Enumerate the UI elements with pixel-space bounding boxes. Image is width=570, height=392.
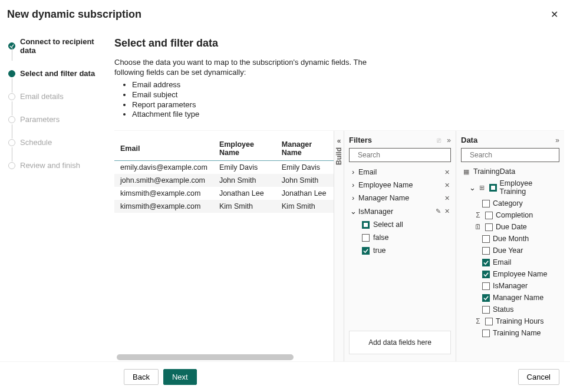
filter-search[interactable] [349,148,451,162]
data-source[interactable]: ▦TrainingData [461,166,559,177]
eraser-icon[interactable]: ⎚ [437,136,441,144]
step-dot-icon [8,116,15,123]
checkbox-checked-icon [482,271,490,278]
field-due-year[interactable]: Due Year [461,245,559,256]
col-manager-name[interactable]: Manager Name [276,136,334,161]
step-select[interactable]: Select and filter data [8,69,103,78]
field-email[interactable]: Email [461,256,559,268]
data-title: Data [461,136,477,144]
filter-search-input[interactable] [357,150,447,160]
chevron-down-icon: ⌄ [469,183,475,192]
field-training-name[interactable]: Training Name [461,327,559,339]
step-review[interactable]: Review and finish [8,161,103,170]
database-icon: ▦ [462,168,470,176]
table-icon: ⊞ [478,184,486,192]
horizontal-scrollbar[interactable] [117,354,294,360]
checkbox-unchecked-icon [482,200,490,207]
filter-item-manager-name[interactable]: ›Manager Name ✕ [349,192,451,205]
collapse-icon: « [337,137,341,145]
step-dot-icon [8,93,15,100]
data-pane: Data » ▦TrainingData ⌄⊞Employee Training… [456,131,564,361]
table-row[interactable]: kimsmith@example.comKim SmithKim Smith [114,200,334,213]
step-parameters[interactable]: Parameters [8,115,103,124]
checkbox-checked-icon [482,259,490,266]
checkbox-unchecked-icon [482,247,490,255]
col-employee-name[interactable]: Employee Name [213,136,276,161]
dialog-title: New dynamic subscription [7,8,141,21]
data-table[interactable]: ⌄⊞Employee Training [461,177,559,197]
step-schedule[interactable]: Schedule [8,138,103,147]
table-row[interactable]: emily.davis@example.comEmily DavisEmily … [114,161,334,174]
step-dot-icon [8,162,15,169]
step-dot-icon [8,139,15,146]
checkbox-unchecked-icon [362,234,370,242]
calendar-icon: 🗓 [474,223,482,231]
step-email[interactable]: Email details [8,92,103,101]
step-dot-icon [8,70,15,77]
remove-filter-icon[interactable]: ✕ [444,195,450,202]
back-button[interactable]: Back [124,369,159,385]
filter-opt-false[interactable]: false [362,231,451,244]
remove-filter-icon[interactable]: ✕ [444,169,450,176]
filter-item-ismanager[interactable]: ⌄IsManager ✎✕ [349,205,451,218]
field-due-date[interactable]: 🗓Due Date [461,221,559,233]
content-description: Choose the data you want to map to the s… [114,58,386,128]
table-row[interactable]: kimsmith@example.comJonathan LeeJonathan… [114,187,334,200]
checkbox-indeterminate-icon [362,221,370,229]
next-button[interactable]: Next [163,369,197,385]
checkbox-unchecked-icon [482,306,490,314]
filter-item-email[interactable]: ›Email ✕ [349,166,451,179]
stepper: Connect to recipient data Select and fil… [0,24,108,361]
field-category[interactable]: Category [461,197,559,209]
field-employee-name[interactable]: Employee Name [461,268,559,280]
expand-icon[interactable]: » [555,136,559,144]
expand-icon[interactable]: » [447,136,451,144]
data-search[interactable] [461,148,559,162]
field-due-month[interactable]: Due Month [461,233,559,245]
checkbox-checked-icon [362,247,370,255]
checkbox-unchecked-icon [485,318,493,325]
close-icon[interactable]: ✕ [551,9,558,20]
checkbox-unchecked-icon [482,282,490,290]
checkbox-unchecked-icon [485,223,493,231]
checkbox-unchecked-icon [482,235,490,243]
remove-filter-icon[interactable]: ✕ [444,207,450,215]
filters-title: Filters [349,136,372,144]
step-connect[interactable]: Connect to recipient data [8,37,103,55]
field-training-hours[interactable]: ΣTraining Hours [461,315,559,327]
data-search-input[interactable] [469,150,559,160]
data-preview-table: Email Employee Name Manager Name emily.d… [114,131,334,361]
checkbox-indeterminate-icon [489,184,497,192]
field-ismanager[interactable]: IsManager [461,280,559,292]
sigma-icon: Σ [474,317,482,325]
checkbox-checked-icon [482,294,490,302]
chevron-right-icon: › [350,181,356,189]
table-row[interactable]: john.smith@example.comJohn SmithJohn Smi… [114,174,334,187]
filters-pane: Filters ⎚ » ›Email ✕ [344,131,456,361]
filter-opt-select-all[interactable]: Select all [362,218,451,231]
sigma-icon: Σ [474,211,482,219]
col-email[interactable]: Email [114,136,213,161]
remove-filter-icon[interactable]: ✕ [444,182,450,189]
filter-dropzone[interactable]: Add data fields here [349,331,451,354]
chevron-down-icon: ⌄ [350,207,356,216]
chevron-right-icon: › [350,194,356,202]
edit-filter-icon[interactable]: ✎ [436,207,441,215]
filter-opt-true[interactable]: true [362,244,451,257]
cancel-button[interactable]: Cancel [518,369,559,385]
chevron-right-icon: › [350,168,356,176]
check-icon [8,42,15,50]
content-title: Select and filter data [114,37,564,50]
checkbox-unchecked-icon [485,212,493,219]
checkbox-unchecked-icon [482,330,490,337]
field-status[interactable]: Status [461,304,559,315]
build-tab[interactable]: « Build [334,131,344,361]
filter-item-employee-name[interactable]: ›Employee Name ✕ [349,179,451,192]
field-completion[interactable]: ΣCompletion [461,209,559,221]
field-manager-name[interactable]: Manager Name [461,292,559,304]
